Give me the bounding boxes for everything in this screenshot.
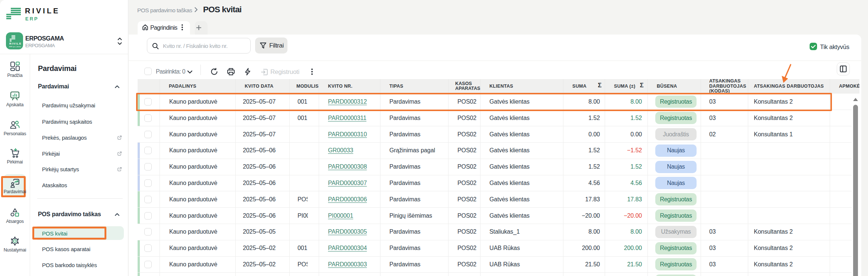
svg-text:RIVILE: RIVILE	[9, 42, 22, 45]
svg-text:ERP pos | demo: ERP pos | demo	[9, 46, 21, 48]
